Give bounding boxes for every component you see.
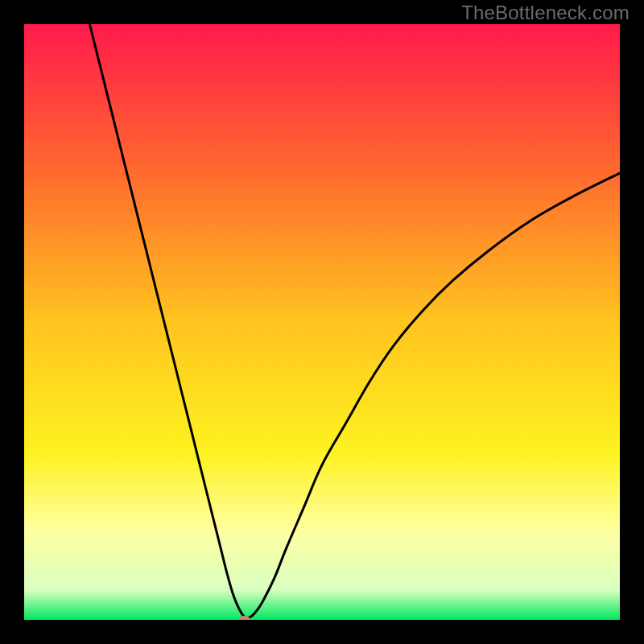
gradient-background (24, 24, 620, 620)
plot-area (24, 24, 620, 620)
chart-svg (24, 24, 620, 620)
watermark-text: TheBottleneck.com (461, 2, 630, 24)
chart-frame: TheBottleneck.com (0, 0, 644, 644)
